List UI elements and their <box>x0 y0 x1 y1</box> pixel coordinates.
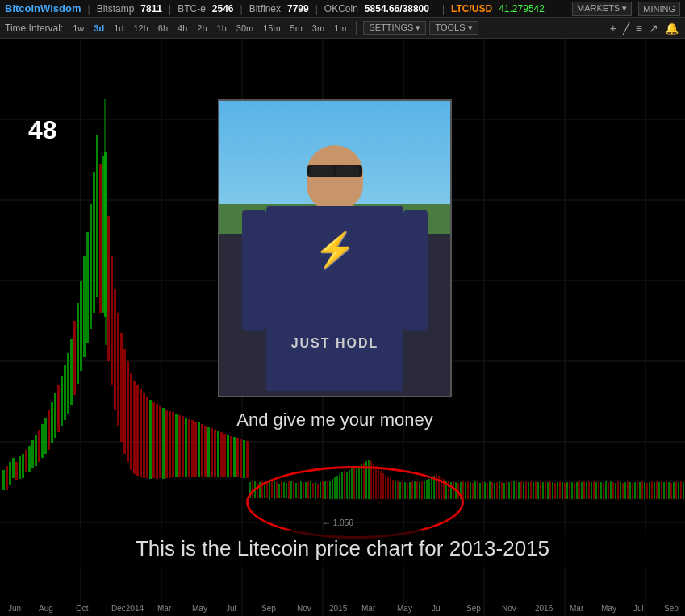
interval-6h[interactable]: 6h <box>155 23 171 34</box>
svg-rect-16 <box>6 466 8 490</box>
interval-1d[interactable]: 1d <box>111 23 127 34</box>
svg-rect-237 <box>595 482 597 499</box>
svg-rect-110 <box>288 481 290 499</box>
mining-button[interactable]: MINING <box>638 2 680 16</box>
bell-icon[interactable]: 🔔 <box>665 22 679 35</box>
interval-1h[interactable]: 1h <box>214 23 230 34</box>
interval-30m[interactable]: 30m <box>233 23 257 34</box>
svg-rect-52 <box>114 289 116 410</box>
x-axis-label: 2016 <box>535 604 553 613</box>
x-axis-label: May <box>397 604 412 613</box>
svg-rect-23 <box>28 446 31 472</box>
tools-button[interactable]: TOOLS ▾ <box>429 21 478 35</box>
interval-15m[interactable]: 15m <box>260 23 283 34</box>
svg-rect-161 <box>411 481 413 499</box>
svg-rect-109 <box>286 483 287 498</box>
svg-rect-192 <box>487 483 488 499</box>
bottom-caption: This is the Litecoin price chart for 201… <box>0 530 685 568</box>
svg-rect-45 <box>99 164 102 313</box>
svg-rect-123 <box>320 482 321 498</box>
bitstamp-value: 7811 <box>140 3 162 15</box>
svg-rect-227 <box>571 482 573 499</box>
svg-rect-84 <box>217 431 219 477</box>
draw-line-icon[interactable]: ╱ <box>623 22 629 35</box>
interval-12h[interactable]: 12h <box>130 23 151 34</box>
svg-rect-130 <box>336 476 338 499</box>
interval-4h[interactable]: 4h <box>174 23 190 34</box>
svg-rect-127 <box>329 481 331 499</box>
interval-2h[interactable]: 2h <box>194 23 210 34</box>
svg-rect-134 <box>346 472 348 499</box>
svg-rect-22 <box>25 450 27 472</box>
svg-rect-241 <box>605 481 607 499</box>
arrow-icon[interactable]: ↗ <box>649 22 658 35</box>
svg-rect-147 <box>378 468 379 499</box>
svg-rect-136 <box>351 468 353 499</box>
x-axis-label: Jul <box>633 604 644 613</box>
svg-rect-152 <box>390 478 391 499</box>
svg-rect-258 <box>646 483 648 499</box>
trading-pair[interactable]: LTC/USD <box>451 3 492 15</box>
svg-rect-58 <box>133 381 136 474</box>
svg-rect-150 <box>385 475 386 499</box>
svg-rect-205 <box>518 482 520 499</box>
svg-rect-238 <box>598 481 599 499</box>
svg-rect-273 <box>683 482 684 499</box>
svg-rect-158 <box>404 482 406 499</box>
svg-rect-226 <box>569 481 570 499</box>
x-axis-label: Jul <box>226 604 236 613</box>
svg-rect-222 <box>559 481 561 499</box>
x-axis-label: Sep <box>261 604 276 613</box>
svg-rect-20 <box>19 456 21 479</box>
svg-rect-62 <box>146 397 148 478</box>
svg-rect-133 <box>344 471 345 499</box>
svg-rect-104 <box>274 481 275 499</box>
okcoin-value: 5854.66/38800 <box>365 3 429 15</box>
svg-rect-199 <box>503 483 505 499</box>
interval-1w[interactable]: 1w <box>69 23 87 34</box>
horizontal-line-icon[interactable]: ≡ <box>636 22 642 35</box>
svg-rect-143 <box>368 460 370 499</box>
svg-rect-126 <box>327 481 328 499</box>
svg-rect-90 <box>236 438 239 477</box>
chart-area: 48 ⚡ JUST HODL <box>0 39 685 616</box>
interval-1m[interactable]: 1m <box>331 23 349 34</box>
svg-rect-26 <box>38 430 40 462</box>
interval-5m[interactable]: 5m <box>287 23 306 34</box>
svg-rect-64 <box>152 402 155 478</box>
svg-rect-86 <box>223 434 226 477</box>
markets-button[interactable]: MARKETS ▾ <box>572 2 632 16</box>
interval-3m[interactable]: 3m <box>309 23 328 34</box>
svg-rect-82 <box>211 428 213 477</box>
svg-rect-112 <box>293 482 294 498</box>
brand-logo[interactable]: BitcoinWisdom <box>5 2 81 15</box>
svg-rect-202 <box>511 481 512 499</box>
svg-rect-94 <box>249 482 251 498</box>
svg-rect-252 <box>632 483 633 499</box>
svg-rect-87 <box>227 435 229 477</box>
svg-rect-185 <box>470 482 471 499</box>
svg-rect-184 <box>467 481 469 499</box>
separator <box>356 21 357 35</box>
svg-rect-188 <box>477 482 478 499</box>
svg-rect-37 <box>73 321 76 395</box>
svg-rect-233 <box>586 482 587 499</box>
add-icon[interactable]: + <box>610 22 616 35</box>
settings-button[interactable]: SETTINGS ▾ <box>363 21 426 35</box>
svg-rect-272 <box>680 481 682 499</box>
svg-rect-119 <box>310 481 311 499</box>
svg-rect-69 <box>169 411 171 478</box>
svg-rect-24 <box>31 440 34 468</box>
svg-rect-212 <box>535 481 537 499</box>
svg-rect-137 <box>353 467 355 499</box>
svg-rect-135 <box>349 470 350 499</box>
svg-rect-129 <box>334 477 336 499</box>
svg-rect-242 <box>608 482 609 499</box>
bitfinex-value: 7799 <box>287 3 309 15</box>
svg-rect-193 <box>489 481 491 499</box>
interval-3d[interactable]: 3d <box>90 23 107 34</box>
svg-rect-99 <box>261 481 263 498</box>
svg-rect-224 <box>564 483 566 499</box>
svg-rect-229 <box>576 482 578 499</box>
svg-rect-251 <box>629 482 631 499</box>
